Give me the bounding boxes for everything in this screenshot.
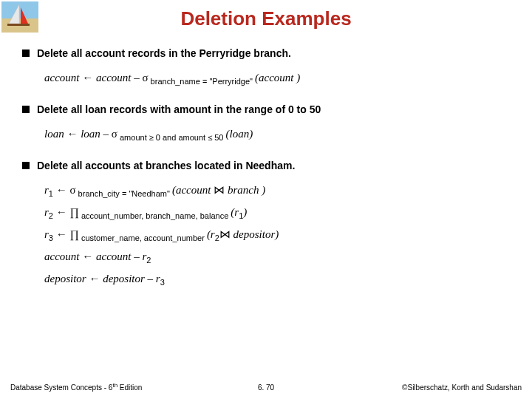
bullet-1-text: Delete all account records in the Perryr…: [37, 47, 291, 60]
expr3-line1: r1 ← σ branch_city = "Needham" (account …: [44, 180, 510, 202]
svg-rect-2: [7, 24, 30, 26]
sailboat-logo-image: [1, 1, 38, 33]
expr3-line2: r2 ← ∏ account_number, branch_name, bala…: [44, 202, 510, 224]
svg-marker-1: [21, 7, 28, 24]
expr3-line4: account ← account – r2: [44, 246, 510, 268]
expr3-line3: r3 ← ∏ customer_name, account_number (r2…: [44, 224, 510, 246]
square-bullet-icon: [22, 50, 30, 57]
bullet-2-text: Delete all loan records with amount in t…: [37, 103, 321, 116]
slide-title: Deletion Examples: [0, 0, 532, 30]
footer-copyright: ©Silberschatz, Korth and Sudarshan: [402, 383, 522, 392]
expr3-line5: depositor ← depositor – r3: [44, 268, 510, 290]
sailboat-icon: [1, 1, 38, 33]
bullet-3: Delete all accounts at branches located …: [22, 159, 510, 172]
bullet-1: Delete all account records in the Perryr…: [22, 47, 510, 60]
expression-3: r1 ← σ branch_city = "Needham" (account …: [44, 180, 510, 290]
slide-body: Delete all account records in the Perryr…: [22, 47, 510, 290]
bullet-3-text: Delete all accounts at branches located …: [37, 159, 295, 172]
svg-marker-0: [9, 4, 19, 24]
expression-2: loan ← loan – σ amount ≥ 0 and amount ≤ …: [44, 123, 510, 146]
bullet-2: Delete all loan records with amount in t…: [22, 103, 510, 116]
square-bullet-icon: [22, 106, 30, 113]
square-bullet-icon: [22, 162, 30, 169]
expression-1: account ← account – σ branch_name = "Per…: [44, 67, 510, 89]
